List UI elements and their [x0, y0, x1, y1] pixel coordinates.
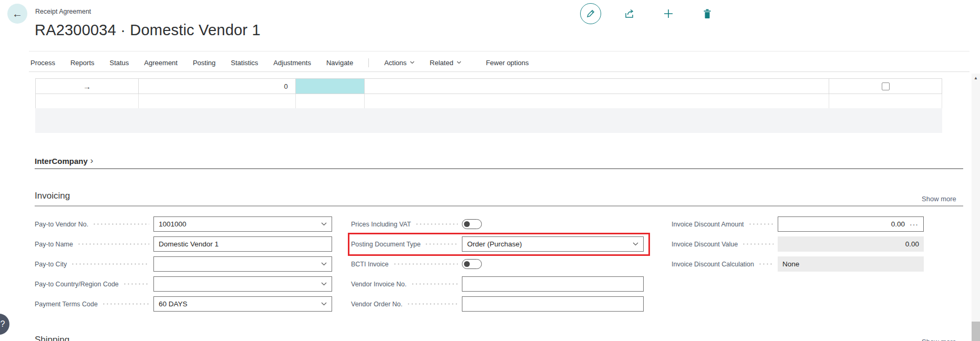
invoice-discount-amount-input[interactable]: 0.00 ··· — [778, 216, 924, 232]
chevron-down-icon[interactable] — [321, 262, 327, 266]
toggle-cell — [462, 259, 644, 269]
grid-empty-cell[interactable] — [365, 94, 829, 109]
chevron-right-icon: › — [90, 156, 94, 166]
shipping-section-header[interactable]: Shipping — [35, 335, 69, 341]
dotted-leader — [415, 223, 458, 225]
prices-including-vat-toggle[interactable] — [462, 219, 482, 229]
ribbon-bottom-border — [29, 71, 969, 72]
chevron-down-icon[interactable] — [633, 242, 638, 246]
field-label: Pay-to City — [35, 261, 67, 268]
dotted-leader — [71, 263, 149, 265]
field-value: Order (Purchase) — [467, 240, 522, 248]
field-label: Pay-to Country/Region Code — [35, 281, 119, 288]
toggle-knob — [464, 261, 470, 267]
ribbon-divider — [368, 58, 369, 67]
pencil-icon — [585, 8, 596, 19]
grid-footer-area — [35, 108, 942, 133]
pay-to-vendor-no-combobox[interactable]: 1001000 — [153, 216, 332, 232]
help-bubble-button[interactable]: ? — [0, 314, 9, 335]
ribbon-item-reports[interactable]: Reports — [70, 59, 95, 67]
bcti-invoice-toggle[interactable] — [462, 259, 482, 269]
field-vendor-order-no: Vendor Order No. — [351, 296, 644, 312]
posting-document-type-combobox[interactable]: Order (Purchase) — [462, 236, 644, 252]
chevron-down-icon — [410, 61, 415, 64]
vendor-invoice-no-input[interactable] — [462, 276, 644, 292]
shipping-show-more-link[interactable]: Show more — [922, 338, 956, 341]
payment-terms-combobox[interactable]: 60 DAYS — [153, 296, 332, 312]
pay-to-name-input[interactable]: Domestic Vendor 1 — [153, 236, 332, 252]
ribbon-item-process[interactable]: Process — [30, 59, 55, 67]
back-button[interactable]: ← — [7, 4, 27, 24]
field-label: Pay-to Name — [35, 241, 73, 248]
dotted-leader — [102, 303, 149, 305]
section-divider — [35, 168, 963, 169]
grid-empty-cell[interactable] — [139, 94, 296, 109]
grid-empty-cell[interactable] — [296, 94, 365, 109]
field-vendor-invoice-no: Vendor Invoice No. — [351, 276, 644, 292]
dotted-leader — [393, 263, 458, 265]
grid-row-pointer-cell[interactable]: → — [36, 79, 139, 94]
grid-empty-cell[interactable] — [36, 94, 139, 109]
chevron-down-icon[interactable] — [321, 302, 327, 306]
field-label: Posting Document Type — [351, 241, 420, 248]
dotted-leader — [123, 283, 149, 285]
grid-description-cell[interactable] — [365, 79, 829, 94]
field-label: BCTI Invoice — [351, 261, 389, 268]
grid-qty-cell[interactable]: 0 — [139, 79, 296, 94]
chevron-down-icon[interactable] — [321, 282, 327, 286]
field-value: 1001000 — [159, 220, 187, 228]
assist-edit-ellipsis-icon[interactable]: ··· — [910, 220, 919, 229]
scroll-up-arrow-icon[interactable]: ▲ — [972, 76, 980, 80]
ribbon-menu-related[interactable]: Related — [430, 59, 461, 67]
vertical-scrollbar[interactable]: ▲ — [972, 74, 980, 341]
share-button[interactable] — [619, 3, 640, 24]
ribbon-item-status[interactable]: Status — [110, 59, 129, 67]
grid-selected-cell[interactable] — [296, 79, 365, 94]
header-divider — [29, 51, 969, 51]
grid-checkbox[interactable] — [882, 82, 890, 90]
toggle-cell — [462, 219, 644, 229]
field-payment-terms-code: Payment Terms Code 60 DAYS — [35, 296, 332, 312]
vendor-order-no-input[interactable] — [462, 296, 644, 312]
dotted-leader — [77, 243, 149, 245]
delete-button[interactable] — [697, 3, 718, 24]
field-label: Vendor Invoice No. — [351, 281, 407, 288]
field-label: Vendor Order No. — [351, 301, 403, 308]
toggle-knob — [464, 221, 470, 227]
field-invoice-discount-amount: Invoice Discount Amount 0.00 ··· — [672, 216, 924, 232]
fewer-options-link[interactable]: Fewer options — [486, 59, 529, 67]
grid-empty-cell[interactable] — [829, 94, 942, 109]
intercompany-title: InterCompany — [35, 157, 88, 166]
edit-button[interactable] — [580, 3, 601, 24]
pay-to-country-region-combobox[interactable] — [153, 276, 332, 292]
ribbon-item-navigate[interactable]: Navigate — [326, 59, 353, 67]
intercompany-section-header[interactable]: InterCompany › — [35, 156, 94, 166]
invoicing-section-header[interactable]: Invoicing — [35, 191, 70, 201]
invoicing-column-3: Invoice Discount Amount 0.00 ··· Invoice… — [672, 216, 924, 276]
actions-menu-label: Actions — [384, 59, 407, 67]
grid-row-2 — [36, 94, 942, 109]
dotted-leader — [748, 223, 773, 225]
scrollbar-thumb[interactable] — [972, 322, 980, 341]
field-label: Invoice Discount Calculation — [672, 261, 754, 268]
ribbon-item-posting[interactable]: Posting — [193, 59, 215, 67]
field-label: Prices Including VAT — [351, 221, 411, 228]
ribbon-item-agreement[interactable]: Agreement — [144, 59, 178, 67]
field-pay-to-country-region-code: Pay-to Country/Region Code — [35, 276, 332, 292]
pay-to-city-combobox[interactable] — [153, 256, 332, 272]
invoicing-show-more-link[interactable]: Show more — [922, 195, 956, 203]
invoice-discount-calculation-readonly: None — [778, 256, 924, 272]
chevron-down-icon[interactable] — [321, 222, 327, 226]
ribbon-item-statistics[interactable]: Statistics — [231, 59, 258, 67]
ribbon-item-adjustments[interactable]: Adjustments — [273, 59, 311, 67]
invoicing-column-2: Prices Including VAT Posting Document Ty… — [351, 216, 644, 316]
new-button[interactable] — [658, 3, 679, 24]
grid-row-1: → 0 — [36, 79, 942, 94]
ribbon-menu-actions[interactable]: Actions — [384, 59, 415, 67]
dotted-leader — [425, 243, 458, 245]
invoice-discount-value-readonly: 0.00 — [778, 236, 924, 252]
field-value: Domestic Vendor 1 — [159, 240, 219, 248]
field-value: None — [782, 260, 799, 268]
section-divider — [35, 205, 963, 206]
field-posting-document-type: Posting Document Type Order (Purchase) — [351, 236, 644, 252]
